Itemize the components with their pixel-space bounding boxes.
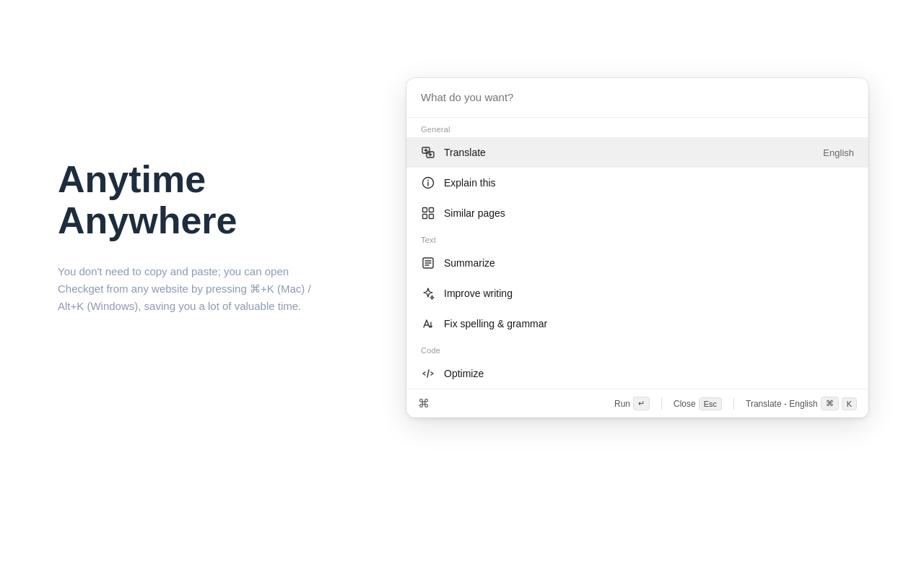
svg-rect-7 (430, 215, 434, 219)
optimize-label: Optimize (444, 368, 854, 379)
close-label: Close (674, 399, 696, 409)
summarize-icon (421, 256, 435, 270)
footer-bar: ⌘ Run ↵ Close Esc Translate - English ⌘ … (406, 389, 868, 418)
menu-item-optimize[interactable]: Optimize (406, 358, 868, 389)
subtitle-text: You don't need to copy and paste; you ca… (58, 263, 332, 315)
menu-list[interactable]: General Translate English (406, 118, 868, 389)
divider1 (661, 398, 662, 410)
action-label: Translate - English (746, 399, 818, 409)
menu-item-explain[interactable]: Explain this (406, 168, 868, 198)
translate-label: Translate (444, 147, 814, 158)
svg-point-3 (427, 180, 429, 181)
section-label-general: General (406, 118, 868, 137)
menu-item-summarize[interactable]: Summarize (406, 248, 868, 278)
left-panel: Anytime Anywhere You don't need to copy … (58, 159, 346, 315)
svg-rect-4 (423, 208, 427, 212)
summarize-label: Summarize (444, 257, 854, 269)
action-key2: K (842, 397, 857, 410)
improve-label: Improve writing (444, 288, 854, 299)
explain-icon (421, 176, 435, 190)
main-title: Anytime Anywhere (58, 159, 346, 241)
similar-label: Similar pages (444, 207, 854, 219)
menu-item-fix-spelling[interactable]: Fix spelling & grammar (406, 309, 868, 339)
similar-icon (421, 206, 435, 220)
translate-icon (421, 145, 435, 160)
close-shortcut[interactable]: Close Esc (674, 397, 722, 410)
command-palette: General Translate English (406, 78, 868, 418)
command-icon: ⌘ (418, 397, 430, 410)
run-key: ↵ (633, 397, 650, 410)
search-input[interactable] (421, 91, 854, 103)
menu-item-translate[interactable]: Translate English (406, 137, 868, 168)
menu-item-improve[interactable]: Improve writing (406, 278, 868, 309)
action-shortcut[interactable]: Translate - English ⌘ K (746, 397, 857, 410)
fix-spelling-label: Fix spelling & grammar (444, 318, 854, 329)
search-bar (406, 78, 868, 118)
improve-icon (421, 286, 435, 301)
translate-badge: English (823, 147, 854, 158)
fix-spelling-icon (421, 316, 435, 331)
menu-item-similar[interactable]: Similar pages (406, 198, 868, 228)
optimize-icon (421, 366, 435, 381)
section-label-text: Text (406, 228, 868, 248)
svg-rect-6 (423, 215, 427, 219)
section-label-code: Code (406, 339, 868, 358)
divider2 (733, 398, 734, 410)
action-key1: ⌘ (821, 397, 839, 410)
close-key: Esc (699, 397, 722, 410)
svg-rect-5 (430, 208, 434, 212)
run-label: Run (614, 399, 630, 409)
run-shortcut[interactable]: Run ↵ (614, 397, 650, 410)
explain-label: Explain this (444, 177, 854, 189)
